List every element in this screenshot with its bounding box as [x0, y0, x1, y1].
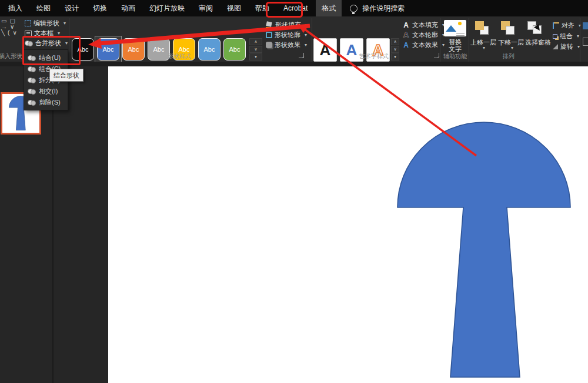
annotation-box-merge-union	[22, 36, 81, 65]
text-outline-button[interactable]: A 文本轮廓	[402, 31, 445, 39]
line-shape-icon[interactable]: ╲	[1, 30, 5, 36]
gallery-more-icon[interactable]: ▾	[249, 53, 262, 61]
text-fill-button[interactable]: A 文本填充	[402, 21, 445, 29]
wordart-dialog-launcher[interactable]	[434, 53, 439, 58]
bring-forward-icon	[475, 21, 490, 36]
tab-review[interactable]: 审阅	[193, 0, 219, 16]
group-label: 组合	[560, 32, 573, 41]
shape-outline-label: 形状轮廓	[275, 31, 300, 39]
intersect-icon	[28, 89, 36, 95]
alt-text-icon	[444, 20, 466, 36]
tell-me-search[interactable]: 操作说明搜索	[361, 0, 410, 16]
gallery-more-icon[interactable]: ∨	[12, 30, 16, 36]
edit-shape-icon	[25, 20, 31, 26]
selection-pane-button[interactable]: 选择窗格	[525, 38, 551, 47]
tab-design[interactable]: 设计	[59, 0, 85, 16]
tab-slideshow[interactable]: 幻灯片放映	[143, 0, 191, 16]
shape-outline-icon	[266, 32, 272, 38]
tab-transitions[interactable]: 切换	[87, 0, 113, 16]
alt-text-label-1: 替换	[442, 38, 469, 45]
wordart-tile-1[interactable]: A	[313, 38, 337, 62]
lightbulb-icon	[350, 5, 358, 12]
wordart-group-label: 艺术字样式	[339, 52, 409, 61]
align-icon	[553, 22, 559, 29]
annotation-box-format-tab	[266, 2, 303, 18]
shape-fill-button[interactable]: 形状填充	[266, 21, 308, 29]
shape-effects-label: 形状效果	[275, 41, 300, 49]
alt-text-button[interactable]: 替换 文字	[442, 38, 469, 52]
group-icon	[553, 34, 557, 39]
ribbon-bottom-edge	[0, 62, 588, 66]
tab-animations[interactable]: 动画	[115, 0, 141, 16]
fragment-icon	[28, 78, 36, 83]
accessibility-group-label: 辅助功能	[442, 52, 469, 61]
text-box-icon	[25, 31, 32, 36]
menu-item-intersect[interactable]: 相交(I)	[24, 86, 69, 97]
text-outline-icon: A	[402, 31, 410, 39]
tab-view[interactable]: 视图	[221, 0, 247, 16]
shape-fill-icon	[266, 22, 273, 29]
selection-pane-icon	[527, 21, 543, 36]
group-button[interactable]: 组合	[553, 32, 579, 41]
text-fill-label: 文本填充	[412, 21, 438, 29]
bring-forward-caret[interactable]	[481, 45, 485, 51]
tab-format[interactable]: 格式	[316, 0, 342, 16]
insert-shapes-gallery[interactable]: ▭▢ →∨ ╲(∨	[1, 18, 22, 36]
mushroom-shape[interactable]	[353, 88, 588, 383]
combine-icon	[28, 66, 36, 72]
shape-style-tile-7[interactable]: Abc	[223, 38, 246, 61]
text-outline-label: 文本轮廓	[412, 31, 438, 39]
align-button[interactable]: 对齐	[553, 21, 581, 30]
align-label: 对齐	[562, 21, 574, 30]
size-width-icon[interactable]	[583, 38, 588, 46]
alt-text-label-2: 文字	[442, 45, 469, 52]
insert-shapes-group-label: 插入形状	[0, 52, 25, 61]
menu-item-subtract[interactable]: 剪除(S)	[24, 97, 69, 108]
text-effects-button[interactable]: A 文本效果	[402, 41, 445, 49]
wordart-up-icon[interactable]: ∧	[391, 38, 399, 45]
rotate-label: 旋转	[560, 42, 573, 51]
shape-outline-button[interactable]: 形状轮廓	[266, 31, 307, 39]
tooltip: 结合形状	[49, 69, 83, 82]
panel-divider[interactable]	[52, 66, 54, 383]
rotate-button[interactable]: 旋转	[553, 42, 580, 51]
size-height-icon[interactable]	[583, 22, 588, 29]
shape-styles-dialog-launcher[interactable]	[299, 53, 304, 58]
send-backward-icon	[501, 21, 516, 36]
ribbon: ▭▢ →∨ ╲(∨ 插入形状 编辑形状 文本框 合并形状 Abc Abc Abc…	[0, 16, 588, 62]
shape-fill-label: 形状填充	[275, 21, 301, 29]
bracket-shape-icon[interactable]: (	[8, 30, 9, 36]
text-effects-icon: A	[402, 41, 410, 49]
tab-insert[interactable]: 插入	[2, 0, 28, 16]
shape-effects-icon	[266, 42, 272, 48]
shape-styles-group-label: 形状样式	[144, 52, 215, 61]
shape-style-tile-2[interactable]: Abc	[97, 38, 119, 61]
shape-effects-button[interactable]: 形状效果	[266, 41, 307, 49]
text-effects-label: 文本效果	[412, 41, 438, 49]
rotate-icon	[553, 44, 558, 49]
powerpoint-window: 插入 绘图 设计 切换 动画 幻灯片放映 审阅 视图 帮助 Acrobat 格式…	[0, 0, 588, 383]
send-backward-caret[interactable]	[509, 45, 513, 51]
shape-style-tile-3[interactable]: Abc	[122, 38, 145, 61]
subtract-icon	[28, 100, 36, 106]
gallery-up-icon[interactable]: ∧	[249, 38, 262, 45]
text-fill-icon: A	[402, 21, 410, 29]
tab-draw[interactable]: 绘图	[31, 0, 56, 16]
edit-shape-label: 编辑形状	[34, 19, 59, 28]
edit-shape-button[interactable]: 编辑形状	[25, 19, 66, 28]
gallery-down-icon[interactable]: ∨	[249, 46, 262, 53]
arrange-group-label: 排列	[491, 52, 526, 61]
